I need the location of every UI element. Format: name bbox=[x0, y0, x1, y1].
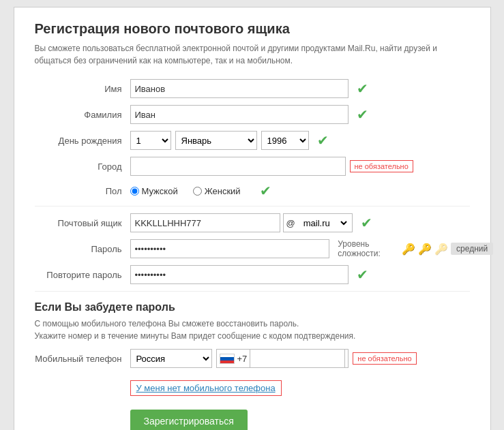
at-domain-area: @ mail.ru inbox.ru list.ru bk.ru bbox=[283, 213, 353, 232]
city-control-area: не обязательно bbox=[130, 157, 470, 176]
password-strength-area: Уровень сложности: 🔑 🔑 🔑 средний bbox=[338, 239, 493, 258]
phone-row: Мобильный телефон Россия Украина Беларус… bbox=[35, 349, 470, 368]
city-optional-badge: не обязательно bbox=[350, 160, 413, 172]
repeat-password-input[interactable] bbox=[130, 265, 349, 284]
no-phone-container: У меня нет мобильного телефона bbox=[35, 375, 470, 401]
domain-select[interactable]: mail.ru inbox.ru list.ru bk.ru bbox=[298, 215, 349, 231]
surname-checkmark: ✔ bbox=[357, 106, 368, 123]
phone-optional-badge: не обязательно bbox=[353, 352, 416, 365]
name-input[interactable] bbox=[130, 79, 349, 98]
phone-number-area: +7 bbox=[216, 349, 349, 368]
birthday-month-select[interactable]: ЯнварьФевральМарт АпрельМайИюнь ИюльАвгу… bbox=[175, 131, 257, 150]
page-subtitle: Вы сможете пользоваться бесплатной элект… bbox=[35, 42, 470, 67]
phone-input[interactable] bbox=[250, 349, 345, 368]
birthday-day-select[interactable]: 1 2345 678910 1112131415 1617181920 2122… bbox=[130, 131, 171, 150]
password-row: Пароль Уровень сложности: 🔑 🔑 🔑 средний bbox=[35, 239, 470, 258]
at-symbol: @ bbox=[286, 218, 295, 228]
phone-label: Мобильный телефон bbox=[35, 354, 130, 364]
birthday-row: День рождения 1 2345 678910 1112131415 1… bbox=[35, 131, 470, 150]
gender-label: Пол bbox=[35, 186, 130, 196]
phone-control-area: Россия Украина Беларусь +7 не обязательн… bbox=[130, 349, 470, 368]
city-input[interactable] bbox=[130, 157, 346, 176]
password-input[interactable] bbox=[130, 239, 330, 258]
gender-female-radio[interactable] bbox=[193, 187, 202, 196]
divider-1 bbox=[35, 206, 470, 206]
name-label: Имя bbox=[35, 84, 130, 94]
gender-male-text: Мужской bbox=[142, 186, 178, 196]
gender-control-area: Мужской Женский ✔ bbox=[130, 183, 470, 199]
gender-row: Пол Мужской Женский ✔ bbox=[35, 183, 470, 199]
recovery-desc-line2: Укажите номер и в течение минуты Вам при… bbox=[35, 331, 356, 341]
phone-prefix: +7 bbox=[237, 354, 248, 364]
mailbox-input[interactable] bbox=[130, 213, 280, 232]
city-label: Город bbox=[35, 162, 130, 172]
gender-female-text: Женский bbox=[205, 186, 241, 196]
key-icon-3: 🔑 bbox=[434, 243, 448, 256]
key-icon-2: 🔑 bbox=[418, 243, 432, 256]
gender-checkmark: ✔ bbox=[260, 183, 271, 199]
surname-label: Фамилия bbox=[35, 110, 130, 120]
name-control-area: ✔ bbox=[130, 79, 470, 98]
password-control-area: Уровень сложности: 🔑 🔑 🔑 средний bbox=[130, 239, 494, 258]
recovery-title: Если Вы забудете пароль bbox=[35, 301, 470, 313]
recovery-desc: С помощью мобильного телефона Вы сможете… bbox=[35, 318, 470, 342]
password-label: Пароль bbox=[35, 244, 130, 254]
russia-flag-icon bbox=[220, 354, 235, 364]
phone-country-area: Россия Украина Беларусь +7 не обязательн… bbox=[130, 349, 417, 368]
repeat-password-checkmark: ✔ bbox=[357, 266, 368, 283]
key-icon-1: 🔑 bbox=[402, 243, 415, 256]
strength-label-text: Уровень сложности: bbox=[338, 239, 399, 258]
name-checkmark: ✔ bbox=[357, 80, 368, 97]
gender-male-radio[interactable] bbox=[130, 187, 139, 196]
mailbox-control-area: @ mail.ru inbox.ru list.ru bk.ru ✔ bbox=[130, 213, 470, 232]
mailbox-label: Почтовый ящик bbox=[35, 218, 130, 228]
name-row: Имя ✔ bbox=[35, 79, 470, 98]
surname-row: Фамилия ✔ bbox=[35, 105, 470, 124]
mailbox-input-row: @ mail.ru inbox.ru list.ru bk.ru bbox=[130, 213, 353, 232]
recovery-desc-line1: С помощью мобильного телефона Вы сможете… bbox=[35, 319, 299, 328]
repeat-password-control-area: ✔ bbox=[130, 265, 470, 284]
page-title: Регистрация нового почтового ящика bbox=[35, 21, 470, 37]
birthday-control-area: 1 2345 678910 1112131415 1617181920 2122… bbox=[130, 131, 470, 150]
repeat-password-row: Повторите пароль ✔ bbox=[35, 265, 470, 284]
phone-country-select[interactable]: Россия Украина Беларусь bbox=[130, 349, 212, 368]
city-row: Город не обязательно bbox=[35, 157, 470, 176]
repeat-password-label: Повторите пароль bbox=[35, 270, 130, 280]
gender-female-label[interactable]: Женский bbox=[193, 186, 241, 196]
surname-input[interactable] bbox=[130, 105, 349, 124]
surname-control-area: ✔ bbox=[130, 105, 470, 124]
registration-form-container: Регистрация нового почтового ящика Вы см… bbox=[14, 7, 491, 430]
register-button[interactable]: Зарегистрироваться bbox=[130, 410, 248, 430]
birthday-selects: 1 2345 678910 1112131415 1617181920 2122… bbox=[130, 131, 309, 150]
birthday-checkmark: ✔ bbox=[317, 132, 329, 149]
no-phone-link[interactable]: У меня нет мобильного телефона bbox=[130, 380, 282, 396]
birthday-label: День рождения bbox=[35, 136, 130, 146]
mailbox-checkmark: ✔ bbox=[361, 215, 372, 231]
strength-value: средний bbox=[451, 243, 493, 255]
birthday-year-select[interactable]: 199619951994 1993199219911990 2000199919… bbox=[261, 131, 309, 150]
gender-male-label[interactable]: Мужской bbox=[130, 186, 178, 196]
divider-2 bbox=[35, 291, 470, 292]
mailbox-row: Почтовый ящик @ mail.ru inbox.ru list.ru… bbox=[35, 213, 470, 232]
